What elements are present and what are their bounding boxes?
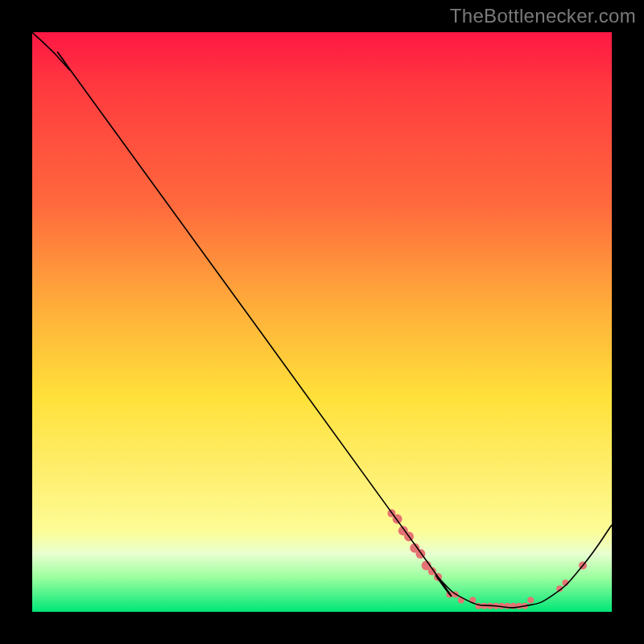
chart-stage: TheBottlenecker.com — [0, 0, 644, 644]
markers-layer — [387, 510, 587, 609]
data-marker — [527, 597, 534, 604]
plot-area — [32, 32, 612, 612]
data-marker — [516, 603, 522, 609]
chart-svg — [32, 32, 612, 612]
watermark-label: TheBottlenecker.com — [450, 5, 636, 27]
data-marker — [504, 603, 510, 609]
curve-line — [32, 32, 612, 608]
